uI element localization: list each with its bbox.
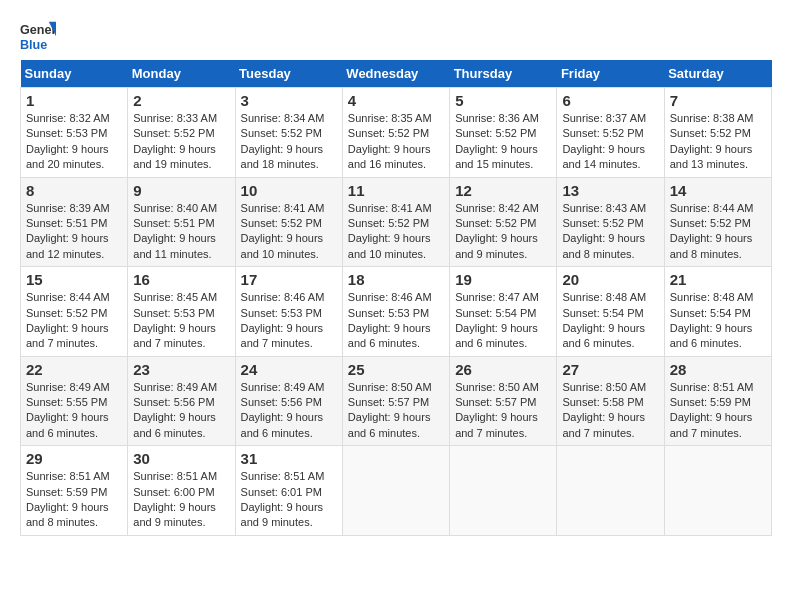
- week-row-4: 22Sunrise: 8:49 AMSunset: 5:55 PMDayligh…: [21, 356, 772, 446]
- day-number: 1: [26, 92, 122, 109]
- cell-content: Sunrise: 8:34 AMSunset: 5:52 PMDaylight:…: [241, 112, 325, 170]
- cell-content: Sunrise: 8:51 AMSunset: 6:01 PMDaylight:…: [241, 470, 325, 528]
- calendar-cell: 14Sunrise: 8:44 AMSunset: 5:52 PMDayligh…: [664, 177, 771, 267]
- calendar-cell: 3Sunrise: 8:34 AMSunset: 5:52 PMDaylight…: [235, 88, 342, 178]
- day-number: 2: [133, 92, 229, 109]
- day-number: 4: [348, 92, 444, 109]
- calendar-cell: 23Sunrise: 8:49 AMSunset: 5:56 PMDayligh…: [128, 356, 235, 446]
- calendar-cell: 2Sunrise: 8:33 AMSunset: 5:52 PMDaylight…: [128, 88, 235, 178]
- day-number: 10: [241, 182, 337, 199]
- day-number: 14: [670, 182, 766, 199]
- day-number: 30: [133, 450, 229, 467]
- week-row-3: 15Sunrise: 8:44 AMSunset: 5:52 PMDayligh…: [21, 267, 772, 357]
- calendar-cell: 6Sunrise: 8:37 AMSunset: 5:52 PMDaylight…: [557, 88, 664, 178]
- cell-content: Sunrise: 8:42 AMSunset: 5:52 PMDaylight:…: [455, 202, 539, 260]
- cell-content: Sunrise: 8:51 AMSunset: 5:59 PMDaylight:…: [670, 381, 754, 439]
- calendar-cell: [450, 446, 557, 536]
- calendar-cell: 20Sunrise: 8:48 AMSunset: 5:54 PMDayligh…: [557, 267, 664, 357]
- calendar-cell: 4Sunrise: 8:35 AMSunset: 5:52 PMDaylight…: [342, 88, 449, 178]
- day-number: 7: [670, 92, 766, 109]
- header-row: SundayMondayTuesdayWednesdayThursdayFrid…: [21, 60, 772, 88]
- day-number: 27: [562, 361, 658, 378]
- day-number: 8: [26, 182, 122, 199]
- calendar-cell: 12Sunrise: 8:42 AMSunset: 5:52 PMDayligh…: [450, 177, 557, 267]
- calendar-cell: 1Sunrise: 8:32 AMSunset: 5:53 PMDaylight…: [21, 88, 128, 178]
- col-header-tuesday: Tuesday: [235, 60, 342, 88]
- cell-content: Sunrise: 8:46 AMSunset: 5:53 PMDaylight:…: [241, 291, 325, 349]
- day-number: 12: [455, 182, 551, 199]
- cell-content: Sunrise: 8:51 AMSunset: 6:00 PMDaylight:…: [133, 470, 217, 528]
- calendar-cell: 28Sunrise: 8:51 AMSunset: 5:59 PMDayligh…: [664, 356, 771, 446]
- cell-content: Sunrise: 8:45 AMSunset: 5:53 PMDaylight:…: [133, 291, 217, 349]
- calendar-cell: 10Sunrise: 8:41 AMSunset: 5:52 PMDayligh…: [235, 177, 342, 267]
- cell-content: Sunrise: 8:35 AMSunset: 5:52 PMDaylight:…: [348, 112, 432, 170]
- calendar-cell: 25Sunrise: 8:50 AMSunset: 5:57 PMDayligh…: [342, 356, 449, 446]
- day-number: 16: [133, 271, 229, 288]
- day-number: 20: [562, 271, 658, 288]
- cell-content: Sunrise: 8:46 AMSunset: 5:53 PMDaylight:…: [348, 291, 432, 349]
- col-header-saturday: Saturday: [664, 60, 771, 88]
- day-number: 19: [455, 271, 551, 288]
- cell-content: Sunrise: 8:49 AMSunset: 5:56 PMDaylight:…: [133, 381, 217, 439]
- cell-content: Sunrise: 8:50 AMSunset: 5:58 PMDaylight:…: [562, 381, 646, 439]
- calendar-cell: 24Sunrise: 8:49 AMSunset: 5:56 PMDayligh…: [235, 356, 342, 446]
- calendar-table: SundayMondayTuesdayWednesdayThursdayFrid…: [20, 60, 772, 536]
- day-number: 23: [133, 361, 229, 378]
- day-number: 22: [26, 361, 122, 378]
- cell-content: Sunrise: 8:36 AMSunset: 5:52 PMDaylight:…: [455, 112, 539, 170]
- calendar-cell: 7Sunrise: 8:38 AMSunset: 5:52 PMDaylight…: [664, 88, 771, 178]
- calendar-cell: 11Sunrise: 8:41 AMSunset: 5:52 PMDayligh…: [342, 177, 449, 267]
- calendar-cell: 18Sunrise: 8:46 AMSunset: 5:53 PMDayligh…: [342, 267, 449, 357]
- day-number: 17: [241, 271, 337, 288]
- page-header: GeneralBlue: [20, 20, 772, 56]
- calendar-cell: 8Sunrise: 8:39 AMSunset: 5:51 PMDaylight…: [21, 177, 128, 267]
- cell-content: Sunrise: 8:48 AMSunset: 5:54 PMDaylight:…: [670, 291, 754, 349]
- day-number: 24: [241, 361, 337, 378]
- logo-icon: GeneralBlue: [20, 20, 56, 56]
- calendar-cell: 26Sunrise: 8:50 AMSunset: 5:57 PMDayligh…: [450, 356, 557, 446]
- calendar-cell: 5Sunrise: 8:36 AMSunset: 5:52 PMDaylight…: [450, 88, 557, 178]
- cell-content: Sunrise: 8:41 AMSunset: 5:52 PMDaylight:…: [241, 202, 325, 260]
- cell-content: Sunrise: 8:40 AMSunset: 5:51 PMDaylight:…: [133, 202, 217, 260]
- week-row-2: 8Sunrise: 8:39 AMSunset: 5:51 PMDaylight…: [21, 177, 772, 267]
- day-number: 15: [26, 271, 122, 288]
- svg-text:Blue: Blue: [20, 38, 47, 52]
- calendar-cell: 31Sunrise: 8:51 AMSunset: 6:01 PMDayligh…: [235, 446, 342, 536]
- day-number: 11: [348, 182, 444, 199]
- col-header-friday: Friday: [557, 60, 664, 88]
- cell-content: Sunrise: 8:47 AMSunset: 5:54 PMDaylight:…: [455, 291, 539, 349]
- calendar-cell: 15Sunrise: 8:44 AMSunset: 5:52 PMDayligh…: [21, 267, 128, 357]
- cell-content: Sunrise: 8:43 AMSunset: 5:52 PMDaylight:…: [562, 202, 646, 260]
- day-number: 18: [348, 271, 444, 288]
- day-number: 29: [26, 450, 122, 467]
- calendar-cell: [664, 446, 771, 536]
- svg-text:General: General: [20, 23, 56, 37]
- day-number: 5: [455, 92, 551, 109]
- calendar-cell: 9Sunrise: 8:40 AMSunset: 5:51 PMDaylight…: [128, 177, 235, 267]
- calendar-cell: 22Sunrise: 8:49 AMSunset: 5:55 PMDayligh…: [21, 356, 128, 446]
- cell-content: Sunrise: 8:51 AMSunset: 5:59 PMDaylight:…: [26, 470, 110, 528]
- day-number: 26: [455, 361, 551, 378]
- day-number: 9: [133, 182, 229, 199]
- cell-content: Sunrise: 8:37 AMSunset: 5:52 PMDaylight:…: [562, 112, 646, 170]
- cell-content: Sunrise: 8:50 AMSunset: 5:57 PMDaylight:…: [455, 381, 539, 439]
- col-header-monday: Monday: [128, 60, 235, 88]
- day-number: 3: [241, 92, 337, 109]
- day-number: 25: [348, 361, 444, 378]
- week-row-1: 1Sunrise: 8:32 AMSunset: 5:53 PMDaylight…: [21, 88, 772, 178]
- cell-content: Sunrise: 8:49 AMSunset: 5:56 PMDaylight:…: [241, 381, 325, 439]
- day-number: 6: [562, 92, 658, 109]
- day-number: 28: [670, 361, 766, 378]
- cell-content: Sunrise: 8:38 AMSunset: 5:52 PMDaylight:…: [670, 112, 754, 170]
- day-number: 21: [670, 271, 766, 288]
- calendar-cell: 30Sunrise: 8:51 AMSunset: 6:00 PMDayligh…: [128, 446, 235, 536]
- cell-content: Sunrise: 8:49 AMSunset: 5:55 PMDaylight:…: [26, 381, 110, 439]
- cell-content: Sunrise: 8:44 AMSunset: 5:52 PMDaylight:…: [670, 202, 754, 260]
- day-number: 13: [562, 182, 658, 199]
- calendar-cell: 17Sunrise: 8:46 AMSunset: 5:53 PMDayligh…: [235, 267, 342, 357]
- cell-content: Sunrise: 8:33 AMSunset: 5:52 PMDaylight:…: [133, 112, 217, 170]
- cell-content: Sunrise: 8:48 AMSunset: 5:54 PMDaylight:…: [562, 291, 646, 349]
- col-header-thursday: Thursday: [450, 60, 557, 88]
- cell-content: Sunrise: 8:32 AMSunset: 5:53 PMDaylight:…: [26, 112, 110, 170]
- week-row-5: 29Sunrise: 8:51 AMSunset: 5:59 PMDayligh…: [21, 446, 772, 536]
